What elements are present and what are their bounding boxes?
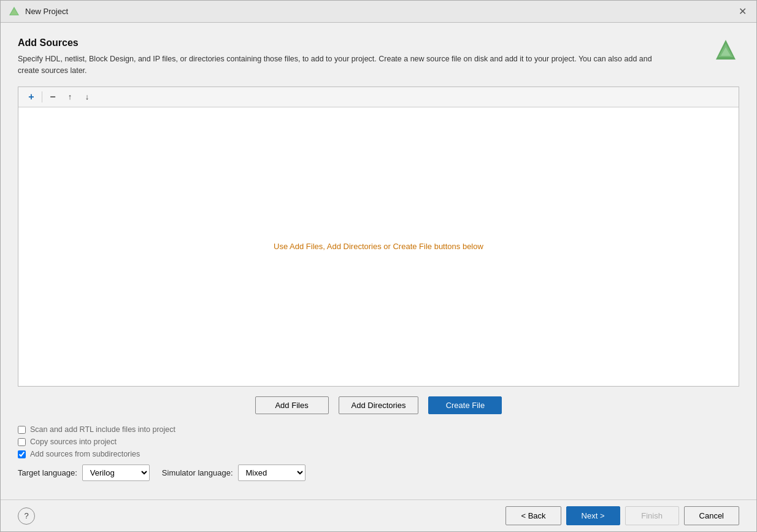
simulator-language-select[interactable]: Mixed Verilog VHDL [238, 465, 305, 481]
close-button[interactable]: ✕ [736, 6, 749, 18]
arrow-up-icon: ↑ [68, 92, 72, 101]
back-button[interactable]: < Back [505, 506, 561, 525]
move-down-toolbar-button[interactable]: ↓ [79, 90, 95, 104]
scan-rtl-checkbox[interactable] [18, 426, 26, 434]
finish-button[interactable]: Finish [625, 506, 679, 525]
remove-toolbar-button[interactable]: − [45, 90, 61, 104]
file-panel-body: Use Add Files, Add Directories or Create… [18, 107, 739, 387]
add-directories-button[interactable]: Add Directories [339, 396, 419, 414]
scan-rtl-row: Scan and add RTL include files into proj… [18, 425, 739, 434]
plus-icon: + [28, 91, 34, 102]
main-content: Add Sources Specify HDL, netlist, Block … [1, 23, 756, 499]
add-file-toolbar-button[interactable]: + [23, 90, 39, 104]
scan-rtl-label[interactable]: Scan and add RTL include files into proj… [30, 425, 175, 434]
help-button[interactable]: ? [18, 507, 35, 525]
footer: ? < Back Next > Finish Cancel [1, 499, 756, 531]
footer-left: ? [18, 507, 35, 525]
next-button[interactable]: Next > [566, 506, 620, 525]
file-panel-toolbar: + − ↑ ↓ [18, 87, 739, 107]
options-section: Scan and add RTL include files into proj… [18, 425, 739, 481]
toolbar-separator-1 [42, 91, 42, 102]
minus-icon: − [50, 91, 55, 102]
language-row: Target language: Verilog VHDL Simulator … [18, 465, 739, 481]
window-title: New Project [25, 7, 68, 16]
empty-hint-text: Use Add Files, Add Directories or Create… [274, 242, 483, 251]
arrow-down-icon: ↓ [85, 92, 90, 101]
page-title: Add Sources [18, 37, 702, 48]
move-up-toolbar-button[interactable]: ↑ [62, 90, 78, 104]
target-language-group: Target language: Verilog VHDL [18, 465, 150, 481]
copy-sources-row: Copy sources into project [18, 438, 739, 446]
page-header-text: Add Sources Specify HDL, netlist, Block … [18, 37, 702, 77]
page-header: Add Sources Specify HDL, netlist, Block … [18, 37, 739, 77]
target-language-select[interactable]: Verilog VHDL [82, 465, 150, 481]
vivado-logo-icon [712, 37, 739, 64]
add-subdirs-checkbox[interactable] [18, 450, 26, 458]
cancel-button[interactable]: Cancel [684, 506, 739, 525]
title-bar-left: New Project [8, 6, 68, 18]
main-window: New Project ✕ Add Sources Specify HDL, n… [0, 0, 757, 532]
create-file-button[interactable]: Create File [428, 396, 502, 414]
footer-right: < Back Next > Finish Cancel [505, 506, 739, 525]
target-language-label: Target language: [18, 468, 77, 477]
file-panel: + − ↑ ↓ Use Add Files, Add Directories o… [18, 87, 739, 387]
action-buttons: Add Files Add Directories Create File [18, 396, 739, 414]
add-files-button[interactable]: Add Files [255, 396, 329, 414]
simulator-language-group: Simulator language: Mixed Verilog VHDL [162, 465, 305, 481]
add-subdirs-label[interactable]: Add sources from subdirectories [30, 450, 140, 458]
copy-sources-label[interactable]: Copy sources into project [30, 438, 117, 446]
simulator-language-label: Simulator language: [162, 468, 233, 477]
app-logo-icon [8, 6, 20, 18]
page-description: Specify HDL, netlist, Block Design, and … [18, 53, 662, 77]
add-subdirs-row: Add sources from subdirectories [18, 450, 739, 458]
title-bar: New Project ✕ [1, 1, 756, 23]
copy-sources-checkbox[interactable] [18, 438, 26, 446]
